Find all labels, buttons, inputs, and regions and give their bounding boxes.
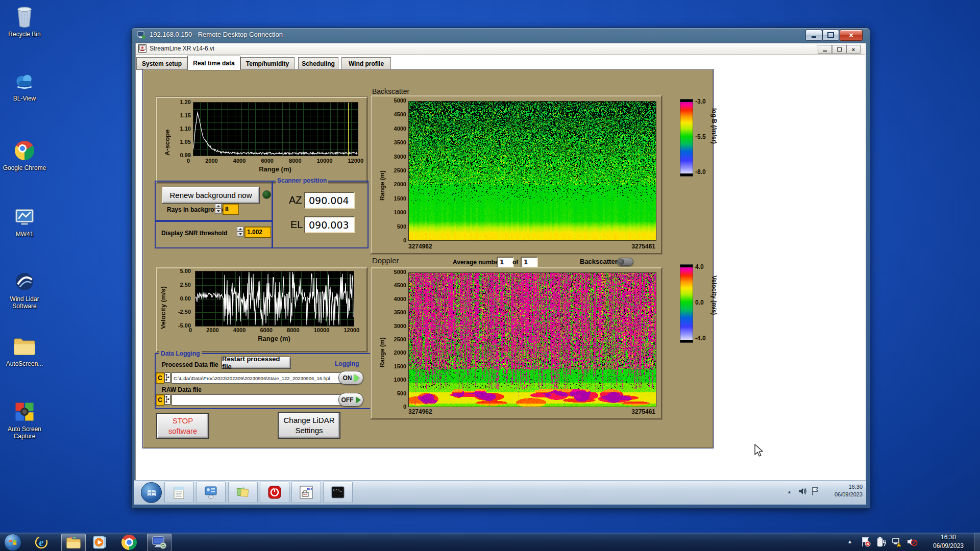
windows-media-player-icon (92, 535, 107, 549)
restart-processed-file-button[interactable]: Restart processed file (222, 357, 291, 369)
folder-icon (13, 335, 36, 358)
remote-taskbar-command-prompt-button[interactable]: C:\_ (323, 482, 353, 503)
remote-taskbar-streamline-xr-button[interactable]: XR (291, 482, 321, 503)
auto-screen-capture-icon (13, 400, 36, 423)
remote-tray-expand-icon[interactable]: ▲ (787, 489, 792, 494)
green-led-icon (356, 396, 361, 404)
minimize-icon (812, 36, 816, 38)
desktop-icon-label: Google Chrome (1, 164, 48, 171)
remote-taskbar-notepad-button[interactable] (164, 482, 194, 503)
el-value-field[interactable]: 090.003 (304, 216, 355, 233)
sticky-notes-icon (236, 485, 250, 499)
backscatter-display-toggle[interactable] (617, 258, 633, 266)
drive-letter-badge[interactable]: C (156, 394, 164, 406)
rdp-close-button[interactable]: × (840, 30, 863, 41)
streamline-xr-icon: XR (299, 485, 313, 499)
spin-down-icon[interactable] (215, 209, 222, 214)
average-total-field[interactable]: 1 (521, 257, 538, 268)
show-desktop-button[interactable] (974, 533, 980, 551)
stop-software-button[interactable]: STOPsoftware (156, 413, 209, 439)
raw-logging-toggle-off[interactable]: OFF (338, 393, 363, 407)
spin-up-icon[interactable] (215, 204, 222, 209)
host-network-warning-icon[interactable] (891, 536, 902, 547)
host-taskbar-chrome-button[interactable] (121, 535, 137, 550)
backscatter-colorbar-ticks: -3.0-5.5-8.0 (695, 98, 706, 176)
desktop-icon-recycle-bin[interactable]: Recycle Bin (1, 5, 48, 38)
host-taskbar-media-player-button[interactable] (92, 535, 107, 550)
host-power-battery-icon[interactable] (876, 536, 887, 547)
stop-line2: software (168, 426, 198, 436)
app-close-button[interactable]: × (846, 45, 861, 54)
path-browse-icon[interactable] (164, 394, 170, 405)
rdp-minimize-button[interactable] (805, 30, 822, 41)
remote-taskbar-control-panel-button[interactable] (196, 482, 226, 503)
stop-line1: STOP (173, 416, 193, 426)
processed-logging-toggle-on[interactable]: ON (338, 371, 363, 385)
wind-lidar-icon (13, 270, 36, 293)
backscatter-title: Backscatter (372, 87, 409, 95)
desktop: Recycle Bin BL-View Google Chrome MW41 W… (0, 0, 980, 551)
host-taskbar-rdp-button[interactable] (147, 534, 172, 551)
close-icon: × (849, 31, 853, 39)
spin-up-icon[interactable] (237, 227, 243, 232)
processed-path: C:\Lidar\Data\Proc\2023\202309\20230906\… (174, 375, 330, 381)
remote-volume-icon[interactable] (797, 486, 807, 496)
app-minimize-button[interactable] (818, 45, 832, 54)
tab-temp-humidity[interactable]: Temp/humidity (240, 57, 295, 70)
host-clock-date: 06/09/2023 (925, 542, 972, 550)
remote-taskbar-power-button[interactable] (260, 482, 289, 503)
recycle-bin-icon (13, 5, 36, 29)
velocity-plot[interactable] (195, 271, 354, 327)
host-clock[interactable]: 16:30 06/09/2023 (925, 533, 972, 550)
tab-scheduling[interactable]: Scheduling (298, 57, 338, 70)
raw-path-field[interactable] (172, 394, 343, 406)
renew-background-button[interactable]: Renew background now (162, 187, 260, 204)
desktop-icon-wind-lidar[interactable]: Wind Lidar Software (1, 270, 48, 310)
desktop-icon-bl-view[interactable]: BL-View (1, 69, 48, 102)
spin-down-icon[interactable] (237, 232, 243, 237)
doppler-plot[interactable] (408, 272, 656, 407)
tab-wind-profile[interactable]: Wind profile (341, 57, 391, 70)
remote-start-button[interactable] (141, 482, 162, 503)
path-browse-icon[interactable] (164, 372, 170, 383)
of-label: of (512, 259, 518, 266)
remote-clock[interactable]: 16:30 06/09/2023 (821, 483, 863, 498)
tab-real-time-data[interactable]: Real time data (187, 56, 240, 70)
internet-explorer-icon: e (34, 535, 49, 550)
off-label: OFF (341, 396, 354, 404)
desktop-icon-auto-screen-capture[interactable]: Auto Screen Capture (1, 400, 48, 440)
drive-letter-badge[interactable]: C (156, 372, 164, 384)
processed-path-field[interactable]: C:\Lidar\Data\Proc\2023\202309\20230906\… (172, 372, 345, 384)
backscatter-colorbar-label: log B (/m/sr) (710, 108, 718, 169)
az-value-field[interactable]: 090.004 (304, 192, 355, 209)
tab-label: Temp/humidity (246, 60, 289, 67)
remote-taskbar-sticky-notes-button[interactable] (228, 482, 258, 503)
app-titlebar[interactable] (136, 43, 865, 55)
rays-value-field[interactable]: 8 (223, 204, 239, 215)
windows-explorer-icon (66, 536, 81, 549)
rdp-window-title: 192.168.0.150 - Remote Desktop Connectio… (150, 31, 283, 38)
host-volume-muted-icon[interactable] (906, 536, 918, 547)
change-lidar-settings-button[interactable]: Change LiDARSettings (278, 412, 340, 439)
rays-spinner[interactable] (215, 204, 222, 214)
snr-value-field[interactable]: 1.002 (244, 227, 271, 238)
ascope-plot[interactable] (193, 102, 358, 156)
average-number-field[interactable]: 1 (497, 257, 514, 268)
host-taskbar-explorer-button[interactable] (61, 534, 86, 551)
host-clock-time: 16:30 (925, 533, 972, 542)
app-restore-button[interactable] (832, 45, 846, 54)
desktop-icon-autoscreen-folder[interactable]: AutoScreen... (1, 335, 48, 367)
svg-text:e: e (39, 536, 43, 548)
desktop-icon-mw41[interactable]: MW41 (1, 205, 48, 238)
remote-action-center-flag-icon[interactable] (811, 486, 820, 496)
host-start-button[interactable] (4, 534, 21, 551)
host-tray-expand-icon[interactable]: ▲ (847, 539, 852, 544)
host-action-center-flag-icon[interactable] (861, 536, 871, 547)
desktop-icon-google-chrome[interactable]: Google Chrome (1, 139, 48, 171)
tab-system-setup[interactable]: System setup (136, 57, 187, 70)
rays-value: 8 (225, 206, 229, 213)
snr-spinner[interactable] (237, 227, 243, 237)
host-taskbar-internet-explorer-button[interactable]: e (34, 535, 49, 550)
rdp-maximize-button[interactable] (822, 30, 839, 41)
backscatter-plot[interactable] (408, 101, 656, 241)
